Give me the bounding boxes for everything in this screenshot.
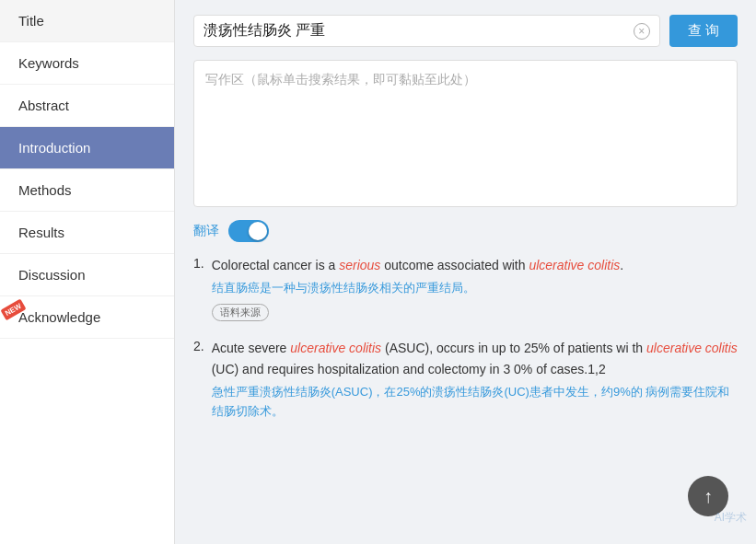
uc-link[interactable]: ulcerative colitis: [290, 341, 381, 355]
result-num: 1.: [193, 255, 204, 321]
result-cn-text: 结直肠癌是一种与溃疡性结肠炎相关的严重结局。: [212, 279, 738, 298]
highlight-text: 溃疡性结肠炎: [432, 385, 504, 399]
writing-area-placeholder: 写作区（鼠标单击搜索结果，即可黏贴至此处）: [205, 72, 476, 87]
sidebar-item-acknowledge[interactable]: NEW Acknowledge: [0, 296, 174, 339]
sidebar-item-discussion[interactable]: Discussion: [0, 254, 174, 296]
sidebar-item-introduction[interactable]: Introduction: [0, 127, 174, 169]
translate-label: 翻译: [193, 223, 219, 239]
sidebar-item-keywords[interactable]: Keywords: [0, 42, 174, 85]
search-input-wrapper: 溃疡性结肠炎 严重 ×: [193, 15, 660, 47]
sidebar-item-label: Results: [18, 225, 64, 240]
scroll-up-button[interactable]: ↑: [688, 476, 728, 516]
sidebar: Title Keywords Abstract Introduction Met…: [0, 0, 175, 544]
search-bar: 溃疡性结肠炎 严重 × 查 询: [193, 15, 738, 47]
sidebar-item-methods[interactable]: Methods: [0, 169, 174, 212]
toggle-knob: [249, 222, 267, 240]
highlight-text: 严重: [415, 281, 439, 295]
sidebar-item-results[interactable]: Results: [0, 212, 174, 254]
uc-link[interactable]: ulcerative colitis: [646, 341, 738, 355]
serious-italic: serious: [339, 258, 380, 272]
sidebar-item-label: Acknowledge: [18, 309, 100, 325]
sidebar-item-abstract[interactable]: Abstract: [0, 85, 174, 127]
main-content: 溃疡性结肠炎 严重 × 查 询 写作区（鼠标单击搜索结果，即可黏贴至此处） 翻译…: [175, 0, 756, 544]
sidebar-item-label: Discussion: [18, 267, 86, 283]
search-button[interactable]: 查 询: [669, 15, 738, 47]
source-tag[interactable]: 语料来源: [212, 304, 269, 321]
result-content: Colorectal cancer is a serious outcome a…: [212, 255, 738, 321]
clear-icon[interactable]: ×: [634, 23, 650, 40]
result-list: 1. Colorectal cancer is a serious outcom…: [193, 255, 738, 426]
sidebar-item-label: Introduction: [18, 140, 90, 156]
writing-area[interactable]: 写作区（鼠标单击搜索结果，即可黏贴至此处）: [193, 60, 738, 207]
result-num: 2.: [193, 338, 204, 425]
result-cn-text: 急性严重溃疡性结肠炎(ASUC)，在25%的溃疡性结肠炎(UC)患者中发生，约9…: [212, 383, 738, 422]
sidebar-item-label: Keywords: [18, 55, 79, 71]
sidebar-item-label: Title: [18, 13, 44, 29]
sidebar-item-label: Abstract: [18, 98, 69, 113]
uc-link[interactable]: ulcerative colitis: [529, 258, 620, 272]
search-query-text: 溃疡性结肠炎 严重: [204, 21, 634, 41]
result-en-text: Acute severe ulcerative colitis (ASUC), …: [212, 338, 738, 379]
scroll-up-icon: ↑: [704, 486, 713, 507]
highlight-text: 严重溃疡性结肠炎: [236, 385, 331, 399]
list-item: 1. Colorectal cancer is a serious outcom…: [193, 255, 738, 321]
translate-toggle[interactable]: [228, 220, 269, 242]
result-en-text: Colorectal cancer is a serious outcome a…: [212, 255, 738, 275]
list-item: 2. Acute severe ulcerative colitis (ASUC…: [193, 338, 738, 425]
sidebar-item-label: Methods: [18, 182, 72, 198]
sidebar-item-title[interactable]: Title: [0, 0, 174, 42]
highlight-text: 溃疡性结肠炎: [308, 281, 379, 295]
translate-row: 翻译: [193, 220, 738, 242]
result-content: Acute severe ulcerative colitis (ASUC), …: [212, 338, 738, 425]
highlight-text: 结肠切: [212, 404, 248, 418]
